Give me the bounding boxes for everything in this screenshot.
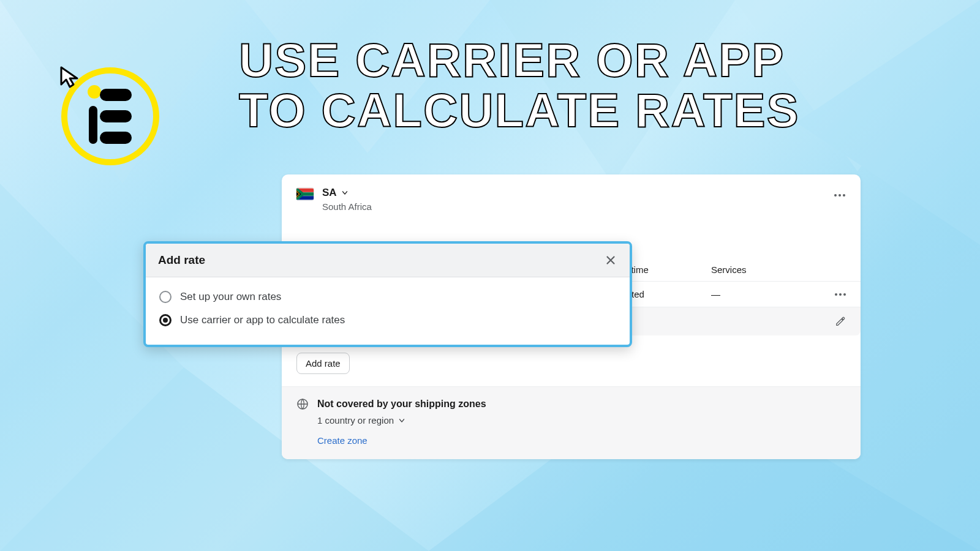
region-name: South Africa [322, 201, 372, 212]
chevron-down-icon [398, 416, 406, 425]
headline-line-2: TO CALCULATE RATES [239, 86, 800, 136]
radio-label: Set up your own rates [180, 291, 281, 303]
modal-title: Add rate [158, 253, 205, 267]
chevron-down-icon [341, 189, 349, 197]
not-covered-zone: Not covered by your shipping zones 1 cou… [282, 386, 861, 459]
headline-line-1: USE CARRIER OR APP [239, 36, 800, 86]
radio-selected-icon [159, 314, 172, 326]
radio-option-carrier-rates[interactable]: Use carrier or app to calculate rates [159, 314, 616, 326]
not-covered-title: Not covered by your shipping zones [317, 399, 486, 410]
more-horizontal-icon [835, 293, 846, 296]
flag-south-africa-icon [296, 188, 314, 200]
page-headline: USE CARRIER OR APP TO CALCULATE RATES [239, 36, 800, 136]
add-rate-button[interactable]: Add rate [296, 353, 350, 374]
rate-row-more-button[interactable] [821, 293, 846, 296]
services-value: — [711, 289, 797, 299]
globe-icon [296, 398, 309, 410]
close-icon[interactable] [604, 253, 617, 267]
not-covered-subtitle: 1 country or region [317, 415, 394, 425]
brand-logo [61, 67, 159, 165]
add-rate-modal: Add rate Set up your own rates Use carri… [143, 241, 632, 347]
radio-option-own-rates[interactable]: Set up your own rates [159, 291, 616, 303]
radio-label: Use carrier or app to calculate rates [180, 314, 345, 326]
more-horizontal-icon [834, 194, 845, 197]
region-header: SA South Africa [282, 174, 861, 222]
region-more-button[interactable] [832, 188, 847, 203]
region-code-label: SA [322, 187, 337, 199]
region-code-toggle[interactable]: SA [322, 187, 372, 199]
cursor-icon [56, 62, 86, 92]
column-services: Services [711, 264, 797, 275]
pencil-icon[interactable] [835, 316, 846, 327]
radio-icon [159, 291, 172, 303]
not-covered-expand[interactable]: 1 country or region [317, 415, 846, 425]
create-zone-link[interactable]: Create zone [317, 435, 846, 446]
